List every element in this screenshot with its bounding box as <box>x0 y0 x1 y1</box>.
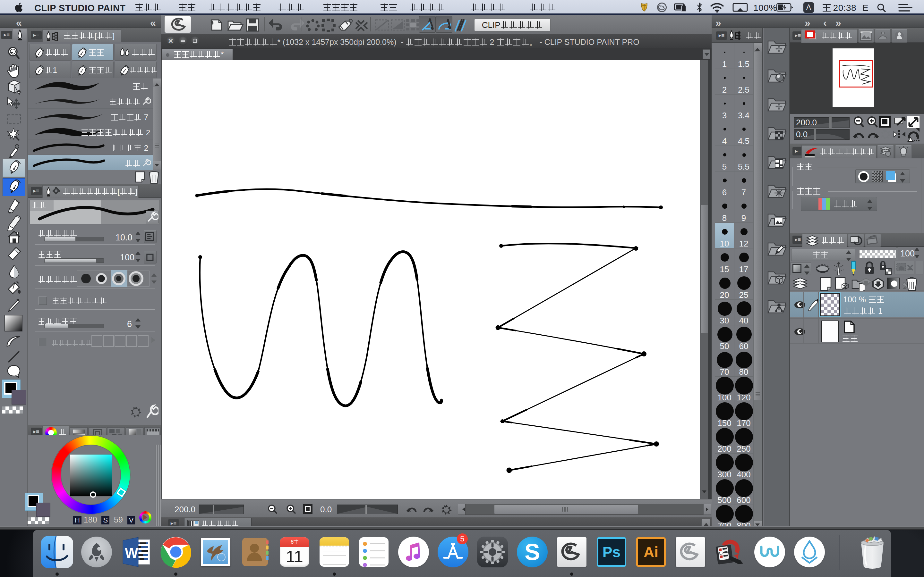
svg-text:W: W <box>125 545 138 561</box>
